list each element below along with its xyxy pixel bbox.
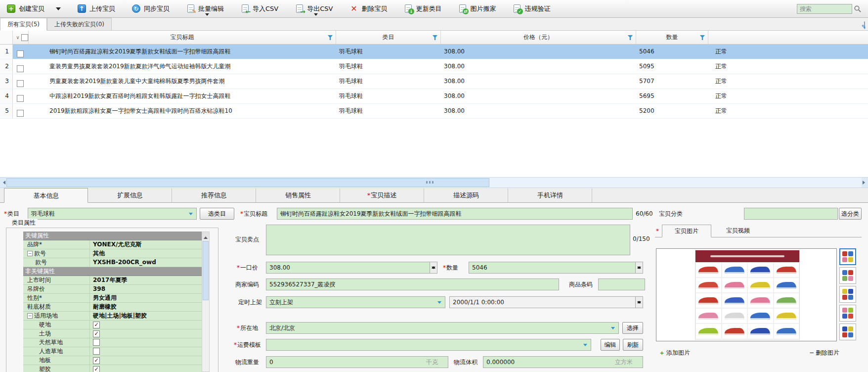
- table-row[interactable]: 5 2019新款粗跟凉鞋女夏一字扣带女士高跟鞋中跟时尚百搭水钻凉鞋10 羽毛球鞋…: [0, 104, 868, 119]
- location-select[interactable]: 北京/北京: [266, 322, 619, 334]
- tab-sale-attrs[interactable]: 销售属性: [256, 188, 340, 202]
- search-input[interactable]: [797, 4, 852, 14]
- batch-edit-button[interactable]: ✎ 批量编辑: [186, 4, 224, 13]
- filter-icon[interactable]: [628, 35, 633, 40]
- scrollbar-thumb[interactable]: [203, 241, 209, 300]
- barcode-input[interactable]: [598, 279, 645, 290]
- spinner[interactable]: [635, 297, 643, 308]
- image-thumbnail[interactable]: [839, 267, 856, 284]
- add-image-button[interactable]: ＋添加图片: [659, 347, 690, 358]
- shipping-select[interactable]: [266, 339, 591, 351]
- create-item-button[interactable]: + 创建宝贝: [7, 4, 61, 13]
- selling-point-textarea[interactable]: [266, 225, 630, 255]
- tab-recommend-info[interactable]: 推荐信息: [172, 188, 256, 202]
- choose-classify-button[interactable]: 选分类: [839, 208, 862, 220]
- table-row[interactable]: 1 铆钉时尚百搭露趾凉鞋女2019夏季新款女鞋绒面一字扣带细跟高跟鞋 羽毛球鞋 …: [0, 45, 868, 59]
- schedule-datetime-input[interactable]: 2000/1/1 0:00:00: [449, 296, 643, 308]
- violation-check-button[interactable]: ✓ 违规验证: [513, 4, 550, 13]
- delete-image-button[interactable]: −删除图片: [809, 347, 839, 358]
- row-checkbox[interactable]: [17, 95, 24, 102]
- chevron-down-icon[interactable]: ∨: [16, 35, 19, 40]
- image-move-button[interactable]: ⇄ 图片搬家: [458, 4, 496, 13]
- qty-input[interactable]: 5046: [469, 262, 643, 274]
- seller-code-input[interactable]: 552936527337_叢凌揬: [266, 279, 559, 290]
- image-thumbnail[interactable]: [839, 324, 856, 340]
- weight-input[interactable]: 0千克: [266, 356, 448, 368]
- image-thumbnail[interactable]: [839, 286, 856, 303]
- table-row[interactable]: 2 童装男童男孩夏装套装2019新款夏款洋气帅气运动短袖韩版大儿童潮 羽毛球鞋 …: [0, 59, 868, 74]
- refresh-shipping-button[interactable]: 刷新: [623, 339, 643, 351]
- tab-failed-items[interactable]: 上传失败的宝贝(0): [47, 18, 112, 30]
- check-doc-icon: ✓: [513, 4, 521, 13]
- tab-description-source[interactable]: 描述源码: [424, 188, 508, 202]
- chevron-down-icon[interactable]: [314, 13, 318, 18]
- choose-category-button[interactable]: 选类目: [200, 208, 234, 220]
- tab-basic-info[interactable]: 基本信息: [4, 188, 88, 203]
- table-row[interactable]: 3 男童夏装套装2019新款童装儿童中大童纯棉韩版夏季男孩两件套潮 羽毛球鞋 3…: [0, 74, 868, 89]
- attr-check-row: 地板 ✓: [23, 356, 202, 365]
- checkbox[interactable]: ✓: [93, 322, 100, 328]
- row-checkbox[interactable]: [17, 80, 24, 87]
- classify-input[interactable]: [744, 208, 838, 220]
- chevron-down-icon[interactable]: [56, 7, 61, 13]
- tab-item-description[interactable]: *宝贝描述: [340, 188, 424, 202]
- volume-unit: 立方米: [615, 357, 633, 368]
- choose-location-button[interactable]: 选择: [622, 322, 643, 334]
- tab-item-images[interactable]: 宝贝图片: [662, 225, 711, 237]
- tab-item-video[interactable]: 宝贝视频: [713, 225, 763, 237]
- filter-icon[interactable]: [433, 35, 437, 40]
- spinner[interactable]: [430, 262, 437, 273]
- checkbox[interactable]: ✓: [93, 330, 100, 337]
- upload-item-button[interactable]: ↑ 上传宝贝: [78, 4, 115, 13]
- collapse-icon[interactable]: −: [27, 251, 33, 256]
- update-category-button[interactable]: ↓ 更新类目: [404, 4, 441, 13]
- collage-shoe: [722, 293, 748, 308]
- selling-point-label: 宝贝卖点: [235, 233, 259, 245]
- collapse-icon[interactable]: −: [27, 313, 33, 319]
- export-csv-button[interactable]: → 导出CSV: [295, 4, 333, 13]
- image-thumbnail[interactable]: [839, 305, 856, 322]
- chevron-down-icon: [437, 301, 441, 306]
- title-input[interactable]: 铆钉时尚百搭露趾凉鞋女2019夏季新款女鞋绒面一字扣带细跟高跟鞋: [277, 208, 633, 220]
- spinner[interactable]: [635, 262, 643, 273]
- select-all-checkbox[interactable]: [21, 34, 28, 41]
- tab-all-items[interactable]: 所有宝贝(5): [0, 18, 47, 31]
- edit-shipping-button[interactable]: 编辑: [601, 339, 620, 351]
- scroll-right-arrow[interactable]: [862, 178, 868, 187]
- collage-shoe: [774, 308, 800, 324]
- chevron-down-icon[interactable]: [205, 13, 209, 18]
- image-thumbnail[interactable]: [839, 248, 856, 265]
- tab-mobile-detail[interactable]: 手机详情: [508, 188, 592, 202]
- scroll-left-arrow[interactable]: [0, 178, 6, 187]
- row-checkbox[interactable]: [17, 50, 24, 57]
- location-label: *所在地: [237, 322, 258, 334]
- checkbox[interactable]: [93, 348, 100, 355]
- filter-icon[interactable]: [328, 35, 333, 40]
- splitter-grip[interactable]: [426, 181, 434, 184]
- price-input[interactable]: 308.00: [266, 262, 437, 274]
- scroll-up-arrow[interactable]: [202, 232, 209, 239]
- scrollbar-thumb[interactable]: [6, 178, 489, 187]
- filter-icon[interactable]: [700, 35, 705, 40]
- category-select[interactable]: 羽毛球鞋: [28, 208, 197, 220]
- search-icon[interactable]: [852, 3, 863, 14]
- horizontal-scrollbar[interactable]: [0, 177, 868, 188]
- table-row[interactable]: 4 中跟凉鞋2019新款女夏百搭时尚粗跟女鞋韩版露趾一字扣女士高跟鞋 羽毛球鞋 …: [0, 89, 868, 104]
- schedule-select[interactable]: 立刻上架: [266, 296, 445, 308]
- volume-input[interactable]: 0.000000立方米: [483, 356, 643, 368]
- import-csv-button[interactable]: ← 导入CSV: [241, 4, 278, 13]
- attr-row: 款号 YXSHB-200CR_owd: [23, 258, 202, 267]
- attr-scrollbar[interactable]: [202, 232, 210, 372]
- checkbox[interactable]: ✓: [93, 357, 100, 364]
- column-settings-icon[interactable]: [864, 22, 865, 29]
- delete-item-button[interactable]: ✕ 删除宝贝: [349, 4, 387, 13]
- checkbox[interactable]: [93, 339, 100, 346]
- sync-item-button[interactable]: ↻ 同步宝贝: [132, 4, 170, 13]
- checkbox[interactable]: ✓: [93, 366, 100, 372]
- collage-shoe: [695, 324, 722, 339]
- row-checkbox[interactable]: [17, 110, 24, 117]
- collage-shoe: [774, 262, 800, 278]
- tab-extended-info[interactable]: 扩展信息: [88, 188, 172, 202]
- selling-point-counter: 0/150: [633, 235, 650, 242]
- row-checkbox[interactable]: [17, 65, 24, 72]
